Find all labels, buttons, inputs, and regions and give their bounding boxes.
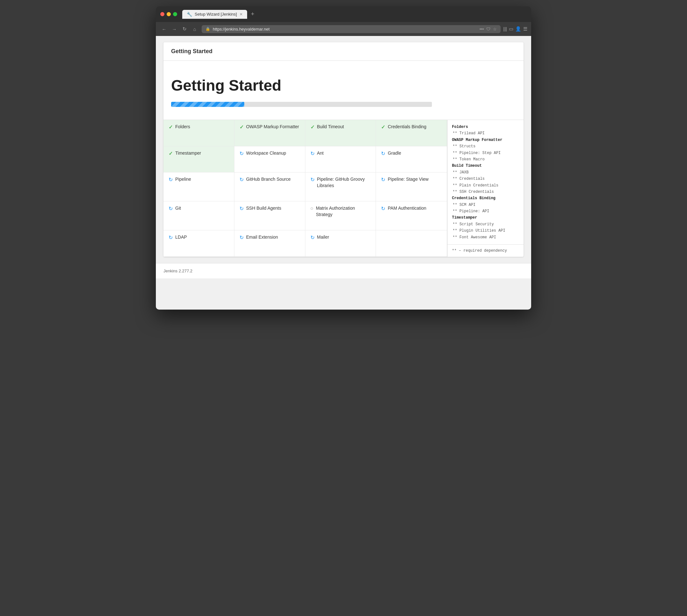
plugin-cell: ↻Pipeline: Stage View (376, 173, 447, 201)
plugin-cell: ✓OWASP Markup Formatter (234, 120, 305, 146)
tab-close-button[interactable]: ✕ (239, 12, 243, 17)
plugin-cell: ↻Git (163, 201, 234, 230)
profile-icon[interactable]: 👤 (515, 26, 521, 32)
bookmarks-icon[interactable]: ||| (503, 26, 507, 32)
tabs-icon[interactable]: ▭ (509, 26, 513, 32)
new-tab-button[interactable]: + (248, 9, 257, 19)
page-footer: Jenkins 2.277.2 (156, 263, 531, 279)
toolbar-right-icons: ||| ▭ 👤 ☰ (503, 26, 527, 32)
spin-icon: ↻ (239, 235, 244, 241)
nav-buttons: ← → ↻ ⌂ (160, 24, 199, 34)
traffic-lights (160, 12, 177, 16)
dep-item: ** Font Awesome API (452, 234, 519, 241)
plugin-cell: ✓Credentials Binding (376, 120, 447, 146)
plugin-name: LDAP (175, 234, 187, 241)
main-card: Getting Started Getting Started ✓Fold (163, 42, 524, 257)
dep-footer-text: ** – required dependency (452, 248, 507, 253)
plugin-name: PAM Authentication (388, 205, 426, 212)
dep-footer: ** – required dependency (448, 244, 524, 257)
spin-icon: ↻ (311, 151, 315, 157)
plugin-name: Credentials Binding (388, 124, 426, 130)
active-tab[interactable]: 🔧 Setup Wizard [Jenkins] ✕ (182, 10, 247, 19)
plugin-name: Matrix Authorization Strategy (316, 205, 370, 218)
maximize-window-button[interactable] (173, 12, 177, 16)
progress-bar-track (171, 102, 432, 107)
plugin-name: Timestamper (175, 150, 201, 157)
dep-item: ** JAXB (452, 169, 519, 176)
browser-footer (156, 279, 531, 288)
plugin-cell: ↻SSH Build Agents (234, 201, 305, 230)
spin-icon: ↻ (381, 177, 385, 183)
dep-group: Timestamper (452, 215, 519, 221)
progress-bar-fill (171, 102, 244, 107)
plugin-name: Email Extension (246, 234, 278, 241)
tab-bar: 🔧 Setup Wizard [Jenkins] ✕ + (182, 9, 527, 19)
menu-icon[interactable]: ☰ (523, 26, 527, 32)
plugin-cell: ↻Mailer (305, 230, 376, 257)
version-text: Jenkins 2.277.2 (163, 268, 192, 273)
plugin-cell: ↻Pipeline (163, 173, 234, 201)
page-title: Getting Started (171, 77, 281, 94)
circle-icon: ○ (311, 205, 314, 211)
plugin-name: GitHub Branch Source (246, 176, 291, 183)
spin-icon: ↻ (168, 205, 173, 212)
plugin-name: OWASP Markup Formatter (246, 124, 299, 130)
plugin-cell: ↻LDAP (163, 230, 234, 257)
reload-button[interactable]: ↻ (180, 24, 189, 34)
plugin-table-wrapper: ✓Folders✓OWASP Markup Formatter✓Build Ti… (163, 120, 524, 257)
check-icon: ✓ (239, 124, 244, 130)
plugin-name: Workspace Cleanup (246, 150, 286, 157)
back-button[interactable]: ← (160, 24, 168, 34)
browser-content: Getting Started Getting Started ✓Fold (156, 36, 531, 310)
plugin-cell: ↻GitHub Branch Source (234, 173, 305, 201)
plugin-cell: ○Matrix Authorization Strategy (305, 201, 376, 230)
plugin-name: Mailer (317, 234, 329, 241)
progress-container (171, 102, 432, 107)
minimize-window-button[interactable] (167, 12, 171, 16)
dep-group: OWASP Markup Formatter (452, 137, 519, 143)
plugin-name: Folders (175, 124, 190, 130)
plugin-cell: ↻Gradle (376, 146, 447, 173)
spin-icon: ↻ (381, 205, 385, 212)
spin-icon: ↻ (168, 235, 173, 241)
url-display: https://jenkins.heyvaldemar.net (213, 27, 477, 31)
hero-section: Getting Started (163, 61, 524, 120)
spin-icon: ↻ (239, 151, 244, 157)
plugin-cell: ✓Build Timeout (305, 120, 376, 146)
card-header: Getting Started (163, 42, 524, 61)
plugin-cell: ↻Pipeline: GitHub Groovy Libraries (305, 173, 376, 201)
plugin-name: Ant (317, 150, 324, 157)
dep-item: ** Script Security (452, 221, 519, 227)
home-button[interactable]: ⌂ (190, 24, 199, 34)
dep-item: ** Credentials (452, 176, 519, 182)
card-header-text: Getting Started (171, 48, 212, 54)
check-icon: ✓ (168, 124, 173, 130)
dep-item: ** Plugin Utilities API (452, 227, 519, 234)
dep-group: Credentials Binding (452, 195, 519, 201)
page-wrapper: Getting Started Getting Started ✓Fold (156, 36, 531, 257)
forward-button[interactable]: → (170, 24, 179, 34)
plugin-cell (376, 230, 447, 257)
plugin-name: SSH Build Agents (246, 205, 281, 212)
dep-item: ** SSH Credentials (452, 189, 519, 195)
spin-icon: ↻ (311, 235, 315, 241)
browser-window: 🔧 Setup Wizard [Jenkins] ✕ + ← → ↻ ⌂ 🔒 h… (156, 6, 531, 310)
lock-icon: 🔒 (205, 27, 210, 31)
dep-item: ** Plain Credentials (452, 182, 519, 189)
address-bar[interactable]: 🔒 https://jenkins.heyvaldemar.net ••• 🛡 … (202, 25, 501, 33)
close-window-button[interactable] (160, 12, 164, 16)
dep-item: ** Pipeline: Step API (452, 150, 519, 156)
plugin-cell: ↻Workspace Cleanup (234, 146, 305, 173)
address-bar-icons: ••• 🛡 ☆ (480, 27, 497, 31)
plugin-cell: ↻Email Extension (234, 230, 305, 257)
shield-icon: 🛡 (486, 27, 490, 31)
plugin-table: ✓Folders✓OWASP Markup Formatter✓Build Ti… (163, 120, 447, 257)
plugin-name: Pipeline: GitHub Groovy Libraries (317, 176, 371, 189)
check-icon: ✓ (311, 124, 315, 130)
dots-icon: ••• (480, 27, 484, 31)
dep-item: ** Trilead API (452, 130, 519, 136)
plugin-name: Gradle (388, 150, 401, 157)
check-icon: ✓ (168, 151, 173, 157)
plugin-name: Pipeline: Stage View (388, 176, 429, 183)
tab-title: Setup Wizard [Jenkins] (194, 12, 237, 17)
